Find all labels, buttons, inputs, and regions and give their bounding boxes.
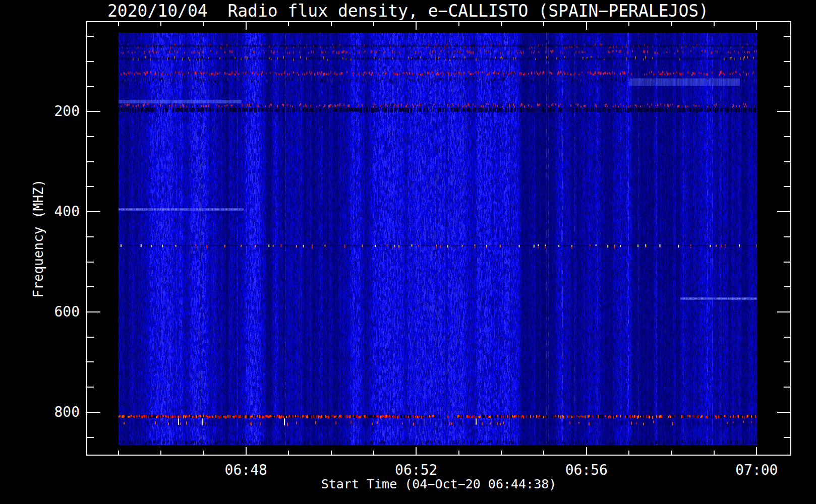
y-minor-tick — [784, 86, 790, 87]
y-tick-label: 200 — [14, 104, 80, 119]
x-minor-tick — [331, 22, 332, 26]
x-minor-tick — [160, 451, 161, 455]
y-minor-tick — [784, 186, 790, 187]
y-minor-tick — [87, 437, 94, 438]
x-tick-label: 06:52 — [371, 463, 461, 478]
x-minor-tick — [118, 451, 119, 455]
y-minor-tick — [784, 36, 790, 37]
chart-title: 2020/10/04 Radio flux density, e−CALLIST… — [56, 1, 760, 21]
x-minor-tick — [203, 451, 204, 455]
x-major-tick — [756, 22, 757, 30]
y-minor-tick — [87, 337, 94, 338]
y-minor-tick — [784, 437, 790, 438]
x-tick-label: 06:56 — [541, 463, 632, 478]
y-minor-tick — [87, 161, 94, 162]
y-tick-label: 400 — [14, 204, 80, 219]
x-minor-tick — [288, 22, 289, 26]
y-minor-tick — [87, 136, 94, 137]
x-major-tick — [586, 22, 587, 30]
x-minor-tick — [671, 451, 672, 455]
x-axis-title: Start Time (04−Oct−20 06:44:38) — [87, 477, 791, 491]
y-minor-tick — [87, 286, 94, 287]
x-minor-tick — [501, 451, 502, 455]
x-minor-tick — [373, 22, 374, 26]
y-major-tick — [777, 211, 790, 212]
y-tick-label: 800 — [14, 405, 80, 420]
x-minor-tick — [714, 22, 715, 26]
y-major-tick — [777, 311, 790, 312]
y-minor-tick — [87, 86, 94, 87]
x-minor-tick — [671, 22, 672, 26]
y-minor-tick — [784, 262, 790, 263]
x-major-tick — [246, 447, 247, 455]
y-minor-tick — [784, 236, 790, 237]
y-minor-tick — [87, 186, 94, 187]
x-major-tick — [756, 447, 757, 455]
y-minor-tick — [87, 236, 94, 237]
x-minor-tick — [543, 451, 544, 455]
y-minor-tick — [87, 387, 94, 388]
x-minor-tick — [458, 451, 459, 455]
x-minor-tick — [458, 22, 459, 26]
y-minor-tick — [784, 387, 790, 388]
x-minor-tick — [118, 22, 119, 26]
y-major-tick — [87, 311, 100, 312]
y-minor-tick — [784, 161, 790, 162]
x-major-tick — [246, 22, 247, 30]
spectrogram-heatmap — [119, 33, 757, 445]
y-axis-title: Frequency (MHZ) — [31, 179, 46, 298]
y-minor-tick — [784, 136, 790, 137]
y-major-tick — [777, 111, 790, 112]
x-minor-tick — [501, 22, 502, 26]
x-major-tick — [586, 447, 587, 455]
plot-frame — [86, 21, 791, 456]
y-tick-label: 600 — [14, 304, 80, 320]
x-minor-tick — [160, 22, 161, 26]
x-tick-label: 06:48 — [201, 463, 292, 478]
x-minor-tick — [543, 22, 544, 26]
x-tick-label: 07:00 — [711, 463, 802, 478]
x-minor-tick — [331, 451, 332, 455]
x-major-tick — [416, 447, 417, 455]
y-major-tick — [87, 412, 100, 413]
callisto-spectrogram-screen: 2020/10/04 Radio flux density, e−CALLIST… — [0, 0, 816, 504]
y-minor-tick — [87, 61, 94, 62]
x-minor-tick — [714, 451, 715, 455]
y-minor-tick — [784, 286, 790, 287]
x-minor-tick — [288, 451, 289, 455]
y-minor-tick — [784, 61, 790, 62]
y-minor-tick — [784, 361, 790, 362]
x-major-tick — [416, 22, 417, 30]
y-minor-tick — [87, 36, 94, 37]
x-minor-tick — [628, 22, 629, 26]
x-minor-tick — [628, 451, 629, 455]
y-minor-tick — [87, 361, 94, 362]
y-major-tick — [87, 111, 100, 112]
y-minor-tick — [87, 262, 94, 263]
y-major-tick — [87, 211, 100, 212]
y-major-tick — [777, 412, 790, 413]
x-minor-tick — [373, 451, 374, 455]
x-minor-tick — [203, 22, 204, 26]
y-minor-tick — [784, 337, 790, 338]
